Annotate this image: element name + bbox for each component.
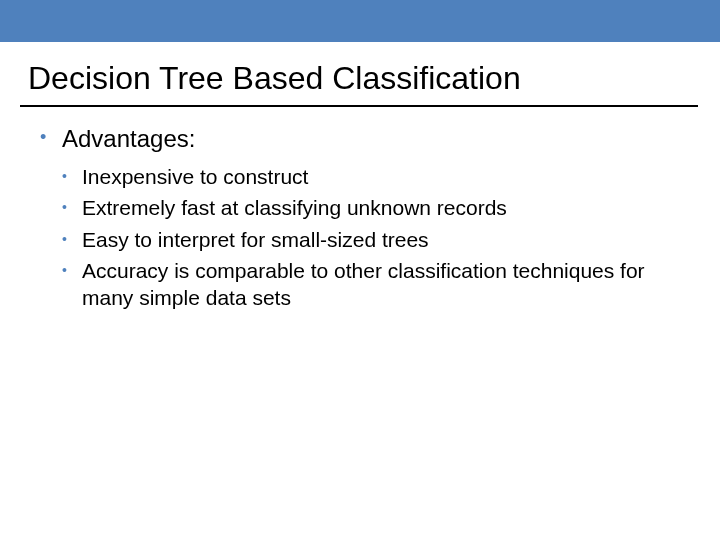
level1-item: Advantages: Inexpensive to construct Ext…	[40, 125, 680, 311]
level2-item: Extremely fast at classifying unknown re…	[62, 194, 680, 221]
slide-title: Decision Tree Based Classification	[0, 42, 720, 105]
slide-body: Advantages: Inexpensive to construct Ext…	[0, 107, 720, 311]
level2-item: Accuracy is comparable to other classifi…	[62, 257, 680, 312]
level2-item: Easy to interpret for small-sized trees	[62, 226, 680, 253]
level1-list: Advantages: Inexpensive to construct Ext…	[40, 125, 680, 311]
slide: Decision Tree Based Classification Advan…	[0, 0, 720, 540]
level2-item: Inexpensive to construct	[62, 163, 680, 190]
accent-band	[0, 0, 720, 42]
level2-list: Inexpensive to construct Extremely fast …	[62, 163, 680, 311]
level1-label: Advantages:	[62, 125, 195, 152]
